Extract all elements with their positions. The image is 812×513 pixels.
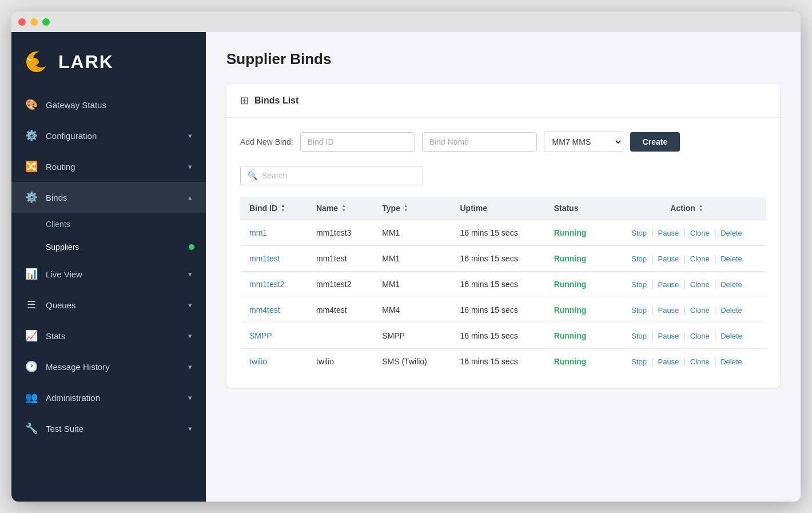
cell-uptime: 16 mins 15 secs [451,323,545,349]
action-delete-link[interactable]: Delete [721,306,742,315]
status-badge: Running [554,254,587,263]
minimize-button[interactable] [30,18,38,26]
bind-name-input[interactable] [422,132,537,152]
sidebar-item-configuration[interactable]: ⚙️ Configuration ▾ [11,120,206,151]
action-separator: | [649,254,655,263]
configuration-icon: ⚙️ [25,129,38,142]
sidebar-sub-suppliers-label: Suppliers [46,242,79,252]
sidebar-sub-suppliers[interactable]: Suppliers [11,236,206,259]
binds-card: ⊞ Binds List Add New Bind: MM7 MMS MM1 M… [226,84,780,388]
cell-type: MM1 [373,246,451,272]
search-icon: 🔍 [248,171,257,180]
binds-icon: ⚙️ [25,191,38,204]
action-stop-link[interactable]: Stop [631,306,647,315]
action-clone-link[interactable]: Clone [690,280,710,289]
action-stop-link[interactable]: Stop [631,357,647,366]
sidebar-item-queues[interactable]: ☰ Queues ▾ [11,289,206,320]
maximize-button[interactable] [42,18,50,26]
action-separator: | [649,228,655,237]
cell-status: Running [545,272,607,297]
cell-status: Running [545,323,607,349]
table-row: mm4testmm4testMM416 mins 15 secsRunningS… [240,297,766,323]
logo-icon [25,48,53,75]
action-separator: | [712,280,718,289]
action-pause-link[interactable]: Pause [658,254,679,263]
status-badge: Running [554,305,587,315]
cell-name: twilio [307,349,373,375]
bind-type-select[interactable]: MM7 MMS MM1 MM4 SMPP SMS (Twilio) [544,132,623,152]
close-button[interactable] [18,18,26,26]
action-clone-link[interactable]: Clone [690,332,710,340]
message-history-chevron: ▾ [188,363,192,371]
th-status: Status [545,197,607,220]
action-delete-link[interactable]: Delete [721,254,742,263]
action-clone-link[interactable]: Clone [690,254,710,263]
action-clone-link[interactable]: Clone [690,357,710,366]
cell-type: SMPP [373,323,451,349]
th-name[interactable]: Name ▲▼ [307,197,373,220]
cell-action: Stop | Pause | Clone | Delete [607,349,766,375]
table-row: mm1test2mm1test2MM116 mins 15 secsRunnin… [240,272,766,297]
table-row: twiliotwilioSMS (Twilio)16 mins 15 secsR… [240,349,766,375]
sidebar-sub-clients-label: Clients [46,220,70,229]
administration-chevron: ▾ [188,393,192,402]
action-pause-link[interactable]: Pause [658,229,679,237]
cell-bind-id: SMPP [240,323,307,349]
cell-bind-id: mm1test [240,246,307,272]
action-stop-link[interactable]: Stop [631,332,647,340]
action-delete-link[interactable]: Delete [721,357,742,366]
test-suite-chevron: ▾ [188,424,192,433]
main-content: Supplier Binds ⊞ Binds List Add New Bind… [206,32,801,502]
sidebar: LARK 🎨 Gateway Status ⚙️ Configuration ▾… [11,32,206,502]
action-delete-link[interactable]: Delete [721,280,742,289]
th-type[interactable]: Type ▲▼ [373,197,451,220]
sidebar-label-queues: Queues [46,300,180,310]
bind-id-link[interactable]: SMPP [249,331,272,340]
stats-chevron: ▾ [188,332,192,340]
search-input[interactable] [262,171,416,180]
sidebar-item-routing[interactable]: 🔀 Routing ▾ [11,151,206,182]
action-stop-link[interactable]: Stop [631,254,647,263]
status-badge: Running [554,357,587,366]
action-clone-link[interactable]: Clone [690,229,710,237]
cell-bind-id: mm1test2 [240,272,307,297]
sidebar-item-gateway-status[interactable]: 🎨 Gateway Status [11,89,206,120]
sidebar-label-stats: Stats [46,331,180,341]
th-action[interactable]: Action ▲▼ [607,197,766,220]
bind-id-link[interactable]: twilio [249,357,267,366]
gateway-status-icon: 🎨 [25,98,38,111]
action-delete-link[interactable]: Delete [721,229,742,237]
th-bind-id[interactable]: Bind ID ▲▼ [240,197,307,220]
sidebar-item-administration[interactable]: 👥 Administration ▾ [11,382,206,413]
sidebar-item-binds[interactable]: ⚙️ Binds ▴ [11,182,206,213]
bind-id-link[interactable]: mm4test [249,305,280,315]
cell-status: Running [545,220,607,246]
title-bar [11,11,801,32]
action-clone-link[interactable]: Clone [690,306,710,315]
cell-bind-id: twilio [240,349,307,375]
card-header: ⊞ Binds List [226,84,780,118]
sidebar-item-message-history[interactable]: 🕐 Message History ▾ [11,351,206,382]
sidebar-item-test-suite[interactable]: 🔧 Test Suite ▾ [11,413,206,444]
action-pause-link[interactable]: Pause [658,306,679,315]
action-pause-link[interactable]: Pause [658,357,679,366]
action-pause-link[interactable]: Pause [658,280,679,289]
add-new-bind-row: Add New Bind: MM7 MMS MM1 MM4 SMPP SMS (… [240,132,766,152]
sidebar-sub-clients[interactable]: Clients [11,213,206,236]
cell-action: Stop | Pause | Clone | Delete [607,323,766,349]
action-delete-link[interactable]: Delete [721,332,742,340]
search-box: 🔍 [240,166,423,185]
action-stop-link[interactable]: Stop [631,280,647,289]
action-stop-link[interactable]: Stop [631,229,647,237]
bind-id-link[interactable]: mm1test [249,254,280,263]
bind-id-link[interactable]: mm1test2 [249,280,284,289]
bind-id-link[interactable]: mm1 [249,228,267,237]
cell-name: mm4test [307,297,373,323]
bind-id-input[interactable] [300,132,415,152]
sidebar-item-stats[interactable]: 📈 Stats ▾ [11,320,206,351]
sidebar-item-live-view[interactable]: 📊 Live View ▾ [11,259,206,289]
action-separator: | [681,228,687,237]
action-pause-link[interactable]: Pause [658,332,679,340]
create-button[interactable]: Create [630,132,680,152]
action-separator: | [681,357,687,366]
